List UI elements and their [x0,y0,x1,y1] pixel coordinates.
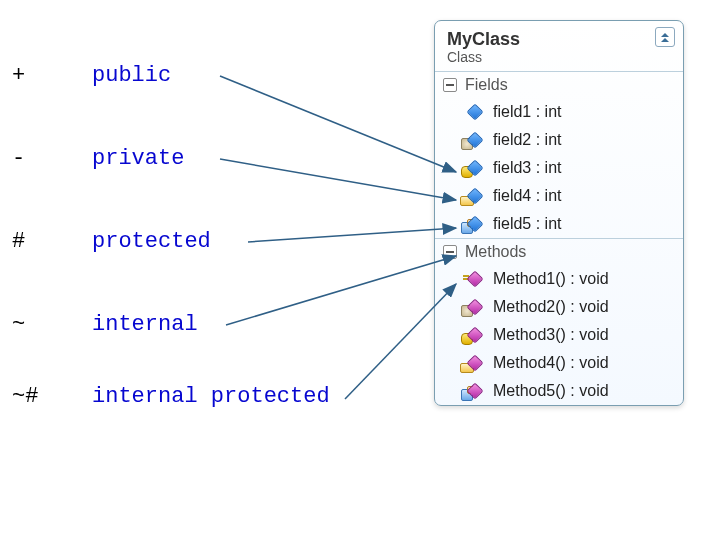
method-row[interactable]: Method4() : void [435,349,683,377]
method-row[interactable]: Method2() : void [435,293,683,321]
fields-section: Fields field1 : int field2 : int field3 … [435,71,683,238]
chevron-up-icon [661,33,669,37]
field-public-icon [463,102,485,122]
collapse-toggle[interactable] [443,78,457,92]
field-row[interactable]: field5 : int [435,210,683,238]
method-signature: Method4() : void [493,354,609,372]
field-signature: field2 : int [493,131,561,149]
methods-section-header[interactable]: Methods [435,239,683,265]
method-signature: Method5() : void [493,382,609,400]
legend-row-internal: ~ internal [12,312,198,337]
field-row[interactable]: field3 : int [435,154,683,182]
legend-symbol: + [12,63,52,88]
legend-label: public [92,63,171,88]
field-private-icon [463,130,485,150]
legend-row-internal-protected: ~# internal protected [12,384,330,409]
chevron-up-icon [661,38,669,42]
legend-label: internal [92,312,198,337]
method-signature: Method1() : void [493,270,609,288]
method-row[interactable]: Method5() : void [435,377,683,405]
method-row[interactable]: Method3() : void [435,321,683,349]
legend-row-private: - private [12,146,184,171]
method-signature: Method3() : void [493,326,609,344]
legend-symbol: ~ [12,312,52,337]
field-signature: field4 : int [493,187,561,205]
legend-symbol: ~# [12,384,52,409]
method-public-icon [463,269,485,289]
legend-label: protected [92,229,211,254]
field-row[interactable]: field4 : int [435,182,683,210]
field-internal-icon [463,186,485,206]
collapse-expand-button[interactable] [655,27,675,47]
class-diagram-box: MyClass Class Fields field1 : int field2… [434,20,684,406]
field-signature: field3 : int [493,159,561,177]
method-internal-protected-icon [463,381,485,401]
method-signature: Method2() : void [493,298,609,316]
collapse-toggle[interactable] [443,245,457,259]
fields-header-label: Fields [465,76,508,94]
field-signature: field5 : int [493,215,561,233]
legend-label: internal protected [92,384,330,409]
arrow-public-to-field1 [220,76,456,172]
methods-header-label: Methods [465,243,526,261]
method-internal-icon [463,353,485,373]
field-internal-protected-icon [463,214,485,234]
arrow-private-to-field2 [220,159,456,200]
method-private-icon [463,297,485,317]
fields-section-header[interactable]: Fields [435,72,683,98]
legend-row-protected: # protected [12,229,211,254]
legend-symbol: # [12,229,52,254]
class-kind: Class [447,49,673,65]
method-protected-icon [463,325,485,345]
field-row[interactable]: field2 : int [435,126,683,154]
field-protected-icon [463,158,485,178]
legend-symbol: - [12,146,52,171]
arrow-internal-to-field4 [226,256,456,325]
methods-section: Methods Method1() : void Method2() : voi… [435,238,683,405]
class-header: MyClass Class [435,21,683,71]
legend-label: private [92,146,184,171]
minus-icon [446,251,454,253]
legend-row-public: + public [12,63,171,88]
arrow-protected-to-field3 [248,228,456,242]
field-signature: field1 : int [493,103,561,121]
minus-icon [446,84,454,86]
method-row[interactable]: Method1() : void [435,265,683,293]
class-name: MyClass [447,29,673,50]
field-row[interactable]: field1 : int [435,98,683,126]
